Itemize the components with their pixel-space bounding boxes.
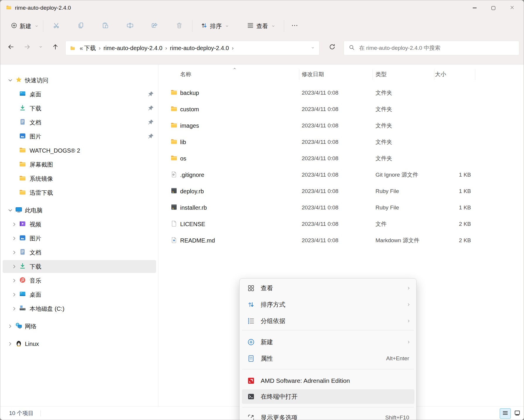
sidebar-item-documents[interactable]: 文档 — [0, 246, 158, 259]
sidebar-item-desktop[interactable]: 桌面 — [0, 288, 158, 301]
menu-separator — [242, 407, 414, 407]
sidebar-section-network[interactable]: 网络 — [0, 320, 158, 333]
up-button[interactable] — [49, 41, 62, 54]
chevron-down-icon[interactable] — [7, 77, 14, 84]
rename-button[interactable] — [121, 18, 139, 34]
maximize-button[interactable] — [484, 0, 503, 16]
share-button[interactable] — [145, 18, 164, 34]
new-button[interactable]: 新建 — [7, 19, 42, 33]
view-button[interactable]: 查看 — [243, 19, 279, 33]
minimize-icon — [473, 8, 477, 8]
sidebar-item-pictures[interactable]: 图片 — [0, 130, 158, 143]
chevron-right-icon[interactable] — [11, 221, 18, 228]
column-divider[interactable] — [299, 69, 299, 80]
submenu-chevron-icon — [406, 286, 411, 291]
chevron-right-icon[interactable] — [11, 235, 18, 242]
file-row-README.md[interactable]: README.md 2023/4/11 0:08 Markdown 源文件 2 … — [159, 232, 524, 249]
sidebar-section-label: 此电脑 — [25, 204, 42, 217]
column-header-type[interactable]: 类型 — [375, 71, 387, 78]
sidebar-item-desktop[interactable]: 桌面 — [0, 88, 158, 101]
file-size — [434, 85, 471, 101]
sidebar-item-label: 本地磁盘 (C:) — [30, 302, 64, 315]
file-row-.gitignore[interactable]: .gitignore 2023/4/11 0:08 Git Ignore 源文件… — [159, 167, 524, 183]
menu-item-new[interactable]: 新建 — [240, 334, 417, 350]
column-header-date[interactable]: 修改日期 — [302, 71, 324, 78]
back-button[interactable] — [4, 41, 18, 54]
submenu-chevron-icon — [406, 340, 411, 344]
search-input[interactable] — [359, 45, 514, 52]
column-header-size[interactable]: 大小 — [435, 71, 446, 78]
file-row-os[interactable]: os 2023/4/11 0:08 文件夹 — [159, 150, 524, 167]
sidebar-item-watch-dogs-2[interactable]: WATCH_DOGS® 2 — [0, 144, 158, 157]
desktop-icon — [19, 291, 27, 299]
chevron-right-icon[interactable] — [11, 305, 18, 312]
chevron-right-icon[interactable] — [7, 323, 14, 330]
menu-item-group-by[interactable]: 分组依据 — [240, 313, 417, 329]
large-icons-view-toggle[interactable] — [512, 408, 523, 419]
address-bar: «下载›rime-auto-deploy-2.4.0›rime-auto-dep… — [0, 38, 524, 58]
chevron-right-icon[interactable] — [11, 263, 18, 270]
file-row-backup[interactable]: backup 2023/4/11 0:08 文件夹 — [159, 85, 524, 101]
sidebar-item-local-disk-c[interactable]: 本地磁盘 (C:) — [0, 302, 158, 315]
sidebar-item-label: 桌面 — [30, 288, 41, 301]
file-row-deploy.rb[interactable]: deploy.rb 2023/4/11 0:08 Ruby File 1 KB — [159, 183, 524, 199]
menu-item-show-more-options[interactable]: 显示更多选项 Shift+F10 — [240, 410, 417, 420]
sidebar-item-system-images[interactable]: 系统镜像 — [0, 172, 158, 185]
address-dropdown-chevron[interactable] — [310, 45, 315, 52]
menu-item-properties[interactable]: 属性 Alt+Enter — [240, 351, 417, 366]
folder-icon — [170, 89, 179, 97]
chevron-right-icon[interactable] — [11, 277, 18, 284]
ruby-icon — [170, 204, 179, 212]
file-date: 2023/4/11 0:08 — [302, 85, 338, 101]
menu-item-sort-by[interactable]: 排序方式 — [240, 297, 417, 313]
breadcrumb-segment[interactable]: 下载 — [84, 44, 96, 52]
sidebar-item-pictures[interactable]: 图片 — [0, 232, 158, 245]
chevron-right-icon[interactable] — [11, 249, 18, 256]
column-header-name[interactable]: 名称 — [180, 71, 191, 78]
minimize-button[interactable] — [465, 0, 484, 16]
cut-button[interactable] — [47, 18, 66, 34]
breadcrumb-segment[interactable]: rime-auto-deploy-2.4.0 — [170, 45, 229, 52]
breadcrumb[interactable]: «下载›rime-auto-deploy-2.4.0›rime-auto-dep… — [65, 41, 320, 55]
file-name: custom — [180, 101, 199, 117]
paste-button[interactable] — [96, 18, 115, 34]
sidebar-item-screenshots[interactable]: 屏幕截图 — [0, 158, 158, 171]
chevron-down-icon[interactable] — [7, 207, 14, 214]
forward-button[interactable] — [21, 41, 34, 54]
file-row-lib[interactable]: lib 2023/4/11 0:08 文件夹 — [159, 134, 524, 150]
breadcrumb-segment[interactable]: rime-auto-deploy-2.4.0 — [103, 45, 162, 52]
menu-shortcut: Shift+F10 — [385, 410, 409, 420]
sort-button[interactable]: 排序 — [197, 19, 233, 33]
folder-icon — [19, 175, 27, 183]
menu-item-view[interactable]: 查看 — [240, 280, 417, 296]
sidebar-item-thunder-downloads[interactable]: 迅雷下载 — [0, 186, 158, 199]
menu-item-open-in-terminal[interactable]: 在终端中打开 — [240, 389, 417, 404]
sidebar-item-documents[interactable]: 文档 — [0, 116, 158, 129]
sidebar-item-label: 图片 — [30, 130, 41, 143]
sidebar-item-music[interactable]: 音乐 — [0, 274, 158, 287]
sidebar-item-videos[interactable]: 视频 — [0, 218, 158, 231]
file-row-custom[interactable]: custom 2023/4/11 0:08 文件夹 — [159, 101, 524, 117]
chevron-right-icon[interactable] — [11, 291, 18, 298]
recent-locations-button[interactable] — [35, 41, 47, 54]
sidebar-item-downloads[interactable]: 下载 — [0, 102, 158, 115]
more-button[interactable] — [286, 18, 303, 34]
sidebar-item-downloads[interactable]: 下载 — [0, 260, 158, 273]
sidebar-section-this-pc[interactable]: 此电脑 — [0, 204, 158, 217]
delete-button[interactable] — [170, 18, 189, 34]
file-row-LICENSE[interactable]: LICENSE 2023/4/11 0:08 文件 2 KB — [159, 216, 524, 232]
close-button[interactable] — [503, 0, 521, 16]
chevron-right-icon[interactable] — [7, 340, 14, 347]
column-divider[interactable] — [373, 69, 373, 80]
refresh-button[interactable] — [325, 41, 339, 54]
copy-button[interactable] — [71, 18, 90, 34]
column-divider[interactable] — [475, 69, 475, 80]
sidebar-section-quick-access[interactable]: 快速访问 — [0, 74, 158, 87]
file-row-installer.rb[interactable]: installer.rb 2023/4/11 0:08 Ruby File 1 … — [159, 199, 524, 216]
details-view-toggle[interactable] — [500, 408, 511, 419]
sidebar-section-linux[interactable]: Linux — [0, 337, 158, 350]
menu-item-amd-software[interactable]: AMD Software: Adrenalin Edition — [240, 373, 417, 389]
breadcrumb-overflow[interactable]: « — [80, 45, 83, 52]
file-row-images[interactable]: images 2023/4/11 0:08 文件夹 — [159, 117, 524, 134]
column-divider[interactable] — [434, 69, 434, 80]
